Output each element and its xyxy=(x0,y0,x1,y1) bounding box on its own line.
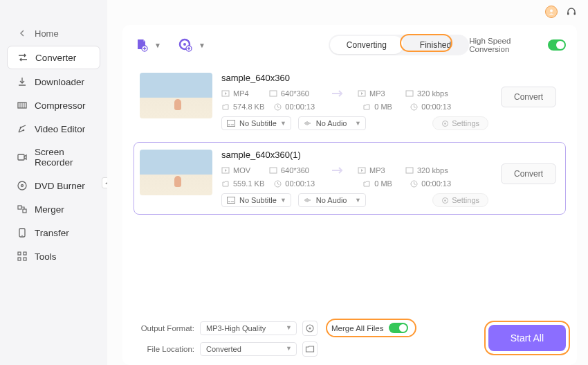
sidebar-item-label: DVD Burner xyxy=(35,181,85,191)
chevron-down-icon: ▼ xyxy=(154,42,161,49)
output-format-select[interactable]: MP3-High Quality ▼ xyxy=(200,321,297,335)
subtitle-select[interactable]: No Subtitle ▼ xyxy=(221,193,291,207)
svg-point-5 xyxy=(21,185,24,187)
audio-icon xyxy=(304,120,312,127)
svg-point-2 xyxy=(23,130,25,132)
high-speed-toggle[interactable] xyxy=(548,39,566,51)
file-name: sample_640x360(1) xyxy=(221,150,488,160)
support-icon[interactable] xyxy=(566,6,577,17)
tab-converting[interactable]: Converting xyxy=(330,36,403,54)
svg-rect-6 xyxy=(18,206,21,209)
arrow-icon xyxy=(327,89,348,98)
sidebar-item-dvd-burner[interactable]: DVD Burner xyxy=(7,175,100,197)
file-name: sample_640x360 xyxy=(221,73,488,83)
file-card[interactable]: sample_640x360 MP4 640*360 MP3 320 kbps … xyxy=(134,65,566,138)
output-format-label: Output Format: xyxy=(134,324,194,332)
start-all-wrapper: Start All xyxy=(488,325,566,351)
source-format: MOV xyxy=(221,166,259,175)
chevron-down-icon: ▼ xyxy=(280,197,286,204)
svg-rect-22 xyxy=(270,91,277,96)
gear-icon xyxy=(441,197,449,204)
sidebar-item-screen-recorder[interactable]: Screen Recorder xyxy=(7,141,100,173)
status-tabs: Converting Finished xyxy=(329,35,469,55)
convert-button[interactable]: Convert xyxy=(501,163,556,184)
sidebar-item-label: Tools xyxy=(35,251,57,262)
file-size: 559.1 KB xyxy=(221,179,264,188)
sidebar-item-transfer[interactable]: Transfer xyxy=(7,222,100,244)
file-settings-button[interactable]: Settings xyxy=(432,116,488,130)
svg-rect-12 xyxy=(18,258,21,260)
svg-rect-10 xyxy=(18,252,21,255)
sidebar-item-label: Transfer xyxy=(35,228,69,238)
svg-rect-33 xyxy=(406,168,413,173)
chevron-down-icon: ▼ xyxy=(286,345,292,352)
sidebar-item-label: Merger xyxy=(35,204,64,215)
chevron-left-icon xyxy=(17,28,28,39)
sidebar-item-converter[interactable]: Converter xyxy=(7,46,100,69)
resolution: 640*360 xyxy=(269,89,318,98)
svg-point-40 xyxy=(309,327,311,329)
start-all-button[interactable]: Start All xyxy=(488,325,566,351)
svg-point-4 xyxy=(18,181,26,190)
chevron-down-icon: ▼ xyxy=(355,120,361,127)
compressor-icon xyxy=(17,100,28,111)
add-dvd-button[interactable]: ▼ xyxy=(178,37,205,53)
sidebar-item-tools[interactable]: Tools xyxy=(7,245,100,267)
svg-point-38 xyxy=(444,199,446,202)
sidebar-item-label: Screen Recorder xyxy=(35,147,91,168)
dest-size: 0 MB xyxy=(362,179,401,188)
sidebar-item-label: Video Editor xyxy=(35,124,85,134)
dest-format: MP3 xyxy=(358,166,396,175)
converter-icon xyxy=(17,52,28,63)
sidebar-item-merger[interactable]: Merger xyxy=(7,198,100,220)
merge-all-control: Merge All Files xyxy=(326,319,416,337)
svg-rect-11 xyxy=(24,252,26,255)
merger-icon xyxy=(17,204,28,215)
sidebar-item-compressor[interactable]: Compressor xyxy=(7,94,100,116)
converter-panel: ▼ ▼ Converting Finished High Speed Conve… xyxy=(122,25,577,365)
merge-toggle[interactable] xyxy=(389,323,408,333)
arrow-icon xyxy=(327,166,348,175)
sidebar-item-downloader[interactable]: Downloader xyxy=(7,71,100,93)
svg-rect-36 xyxy=(228,197,235,204)
file-size: 574.8 KB xyxy=(221,103,264,111)
svg-point-14 xyxy=(550,10,553,12)
subtitle-select[interactable]: No Subtitle ▼ xyxy=(221,116,291,130)
file-settings-button[interactable]: Settings xyxy=(432,193,488,207)
svg-point-19 xyxy=(183,43,186,46)
sidebar-home[interactable]: Home xyxy=(7,24,100,43)
add-file-icon xyxy=(134,37,149,53)
chevron-down-icon: ▼ xyxy=(355,197,361,204)
high-speed-label: High Speed Conversion xyxy=(469,37,542,53)
sidebar-item-label: Compressor xyxy=(35,100,86,111)
video-thumbnail xyxy=(140,73,212,118)
file-card[interactable]: sample_640x360(1) MOV 640*360 MP3 320 kb… xyxy=(134,142,566,215)
toolbar: ▼ ▼ Converting Finished High Speed Conve… xyxy=(134,35,566,55)
subtitle-icon xyxy=(227,120,235,127)
sidebar-item-label: Downloader xyxy=(35,77,84,87)
subtitle-icon xyxy=(227,197,235,204)
user-avatar[interactable] xyxy=(545,6,558,18)
svg-rect-16 xyxy=(574,12,576,15)
svg-rect-31 xyxy=(270,168,277,173)
file-location-select[interactable]: Converted ▼ xyxy=(200,342,297,356)
convert-button[interactable]: Convert xyxy=(501,87,556,107)
svg-rect-3 xyxy=(18,154,24,160)
chevron-down-icon: ▼ xyxy=(286,324,292,331)
audio-select[interactable]: No Audio ▼ xyxy=(298,193,366,207)
open-folder-button[interactable] xyxy=(302,341,318,357)
sidebar-item-video-editor[interactable]: Video Editor xyxy=(7,118,100,140)
resolution: 640*360 xyxy=(269,166,318,175)
chevron-down-icon: ▼ xyxy=(280,120,286,127)
svg-point-9 xyxy=(21,235,23,236)
add-dvd-icon xyxy=(178,37,193,53)
audio-select[interactable]: No Audio ▼ xyxy=(298,116,366,130)
add-file-button[interactable]: ▼ xyxy=(134,37,161,53)
dest-format: MP3 xyxy=(358,89,396,98)
tab-finished[interactable]: Finished xyxy=(403,36,468,54)
sidebar-item-label: Converter xyxy=(35,53,76,63)
dest-size: 0 MB xyxy=(362,103,401,111)
merge-label: Merge All Files xyxy=(331,324,383,332)
output-settings-button[interactable] xyxy=(302,321,318,336)
gear-icon xyxy=(441,120,449,127)
